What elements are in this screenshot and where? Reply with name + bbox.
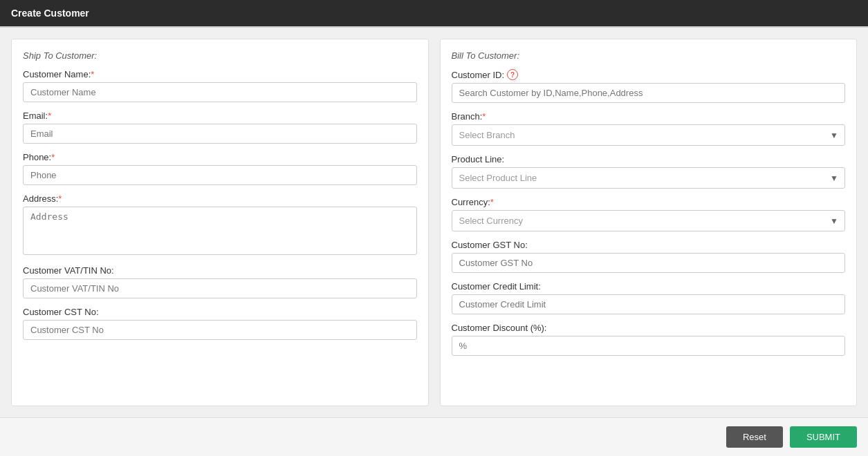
submit-button[interactable]: SUBMIT — [790, 426, 857, 448]
product-line-label: Product Line: — [452, 154, 846, 164]
cst-no-input[interactable] — [23, 320, 417, 340]
email-label: Email:* — [23, 111, 417, 121]
vat-tin-input[interactable] — [23, 278, 417, 298]
currency-required: * — [490, 197, 494, 207]
currency-select-wrapper: Select Currency ▼ — [452, 210, 846, 231]
currency-label: Currency:* — [452, 197, 846, 207]
customer-name-input[interactable] — [23, 82, 417, 102]
branch-label: Branch:* — [452, 111, 846, 122]
customer-id-label-row: Customer ID: ? — [452, 69, 846, 80]
vat-tin-label: Customer VAT/TIN No: — [23, 265, 417, 276]
branch-group: Branch:* Select Branch ▼ — [452, 111, 846, 146]
currency-group: Currency:* Select Currency ▼ — [452, 197, 846, 231]
customer-name-group: Customer Name:* — [23, 69, 417, 102]
footer-bar: Reset SUBMIT — [0, 417, 868, 456]
credit-limit-label: Customer Credit Limit: — [452, 281, 846, 292]
customer-id-group: Customer ID: ? — [452, 69, 846, 103]
customer-id-label-text: Customer ID: — [452, 70, 505, 80]
product-line-select[interactable]: Select Product Line — [452, 167, 846, 189]
product-line-select-wrapper: Select Product Line ▼ — [452, 167, 846, 189]
product-line-group: Product Line: Select Product Line ▼ — [452, 154, 846, 189]
currency-select[interactable]: Select Currency — [452, 210, 846, 231]
customer-name-required: * — [91, 69, 94, 79]
email-required: * — [48, 111, 51, 121]
bill-to-title: Bill To Customer: — [452, 50, 846, 61]
branch-select[interactable]: Select Branch — [452, 124, 846, 146]
customer-name-label: Customer Name:* — [23, 69, 417, 79]
customer-id-info-icon[interactable]: ? — [507, 69, 518, 80]
branch-select-wrapper: Select Branch ▼ — [452, 124, 846, 146]
address-input[interactable] — [23, 207, 417, 255]
page-title: Create Customer — [11, 8, 89, 19]
gst-no-input[interactable] — [452, 253, 846, 273]
phone-label: Phone:* — [23, 152, 417, 162]
discount-group: Customer Discount (%): — [452, 323, 846, 356]
phone-input[interactable] — [23, 165, 417, 185]
email-group: Email:* — [23, 111, 417, 144]
discount-label: Customer Discount (%): — [452, 323, 846, 333]
cst-no-group: Customer CST No: — [23, 307, 417, 340]
address-required: * — [58, 193, 62, 204]
main-content: Ship To Customer: Customer Name:* Email:… — [0, 28, 868, 417]
address-label: Address:* — [23, 193, 417, 204]
phone-required: * — [51, 152, 55, 162]
address-group: Address:* — [23, 193, 417, 257]
branch-required: * — [482, 111, 486, 122]
email-input[interactable] — [23, 124, 417, 144]
credit-limit-group: Customer Credit Limit: — [452, 281, 846, 314]
customer-id-search-input[interactable] — [452, 83, 846, 103]
reset-button[interactable]: Reset — [726, 426, 783, 448]
vat-tin-group: Customer VAT/TIN No: — [23, 265, 417, 298]
ship-to-title: Ship To Customer: — [23, 50, 417, 61]
ship-to-panel: Ship To Customer: Customer Name:* Email:… — [11, 39, 429, 406]
bill-to-panel: Bill To Customer: Customer ID: ? Branch:… — [440, 39, 858, 406]
title-bar: Create Customer — [0, 0, 868, 26]
cst-no-label: Customer CST No: — [23, 307, 417, 317]
credit-limit-input[interactable] — [452, 294, 846, 314]
gst-no-label: Customer GST No: — [452, 240, 846, 250]
gst-no-group: Customer GST No: — [452, 240, 846, 273]
phone-group: Phone:* — [23, 152, 417, 185]
discount-input[interactable] — [452, 336, 846, 356]
